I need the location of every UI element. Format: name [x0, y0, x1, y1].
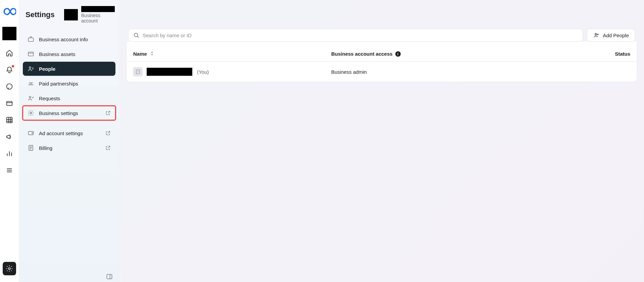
grid-icon[interactable] [5, 116, 13, 124]
page-title: Settings [26, 10, 55, 19]
meta-logo[interactable] [3, 5, 16, 18]
svg-rect-12 [107, 274, 112, 279]
sidebar-item-business-settings[interactable]: Business settings [23, 106, 115, 120]
search-icon [133, 32, 139, 38]
user-plus-icon [593, 32, 599, 38]
sidebar-item-label: Requests [39, 96, 60, 101]
chat-icon[interactable] [5, 82, 13, 91]
redacted-block [2, 27, 16, 40]
svg-point-0 [7, 84, 12, 90]
column-status: Status [615, 51, 630, 57]
user-check-icon [28, 95, 34, 102]
svg-rect-4 [29, 38, 34, 42]
search-input-wrapper[interactable] [129, 29, 583, 41]
svg-rect-15 [136, 70, 140, 74]
sidebar-header: Settings Business account [23, 5, 115, 30]
sidebar-item-label: Paid partnerships [39, 81, 78, 87]
sidebar-item-label: Ad account settings [39, 130, 83, 136]
table-row[interactable]: (You) Business admin [127, 62, 637, 82]
gear-icon [28, 110, 34, 116]
notification-dot [12, 65, 14, 67]
left-rail [0, 0, 19, 282]
row-avatar [133, 67, 143, 76]
sidebar-items: Business account info Business assets Pe… [23, 32, 115, 155]
sidebar-item-ad-account-settings[interactable]: Ad account settings [23, 126, 115, 140]
bar-chart-icon[interactable] [5, 150, 13, 158]
svg-point-6 [29, 67, 31, 68]
sidebar-item-label: Business settings [39, 110, 78, 116]
infinity-icon [3, 7, 16, 16]
menu-icon[interactable] [5, 166, 13, 174]
wallet-icon [28, 130, 34, 136]
sidebar-item-billing[interactable]: Billing [23, 141, 115, 155]
info-icon[interactable]: i [395, 51, 401, 57]
column-name[interactable]: Name [133, 51, 147, 57]
sidebar-item-label: Business assets [39, 51, 75, 57]
sidebar-item-label: People [39, 66, 55, 72]
column-access: Business account access [331, 51, 393, 57]
external-link-icon [105, 145, 111, 151]
sidebar-item-label: Billing [39, 145, 52, 151]
window-icon [28, 51, 34, 57]
row-access: Business admin [331, 69, 472, 75]
table-header: Name Business account access i Status [127, 44, 637, 62]
external-link-icon [105, 130, 111, 136]
notifications-icon[interactable] [5, 66, 13, 74]
home-icon[interactable] [5, 49, 13, 57]
receipt-icon [28, 145, 34, 151]
svg-rect-1 [7, 102, 12, 106]
sidebar-item-people[interactable]: People [23, 62, 115, 76]
svg-point-7 [29, 96, 31, 98]
toolbar-row: Add People [126, 27, 637, 42]
gear-icon [6, 265, 13, 272]
svg-point-8 [30, 112, 32, 114]
external-link-icon [105, 110, 111, 116]
handshake-icon [28, 80, 34, 87]
sidebar-item-requests[interactable]: Requests [23, 91, 115, 105]
row-you-suffix: (You) [197, 69, 209, 75]
settings-button[interactable] [3, 262, 16, 275]
svg-rect-2 [7, 117, 12, 123]
sidebar-item-paid-partnerships[interactable]: Paid partnerships [23, 76, 115, 91]
svg-point-13 [134, 33, 138, 37]
building-icon [135, 69, 141, 75]
account-name-redacted [81, 6, 115, 12]
row-name-redacted [147, 68, 192, 76]
main: Add People Name Business account access … [119, 0, 644, 282]
megaphone-icon[interactable] [5, 133, 13, 141]
card-icon[interactable] [5, 99, 13, 107]
collapse-sidebar-icon[interactable] [106, 273, 113, 280]
search-input[interactable] [143, 33, 578, 38]
briefcase-icon [28, 36, 34, 43]
sidebar-item-label: Business account info [39, 37, 88, 42]
sort-icon[interactable] [150, 51, 154, 57]
account-subtitle: Business account [81, 13, 116, 23]
svg-point-10 [32, 133, 33, 134]
sidebar-item-business-assets[interactable]: Business assets [23, 47, 115, 61]
sidebar-item-business-account-info[interactable]: Business account info [23, 32, 115, 46]
add-people-button[interactable]: Add People [587, 29, 635, 41]
add-people-label: Add People [603, 33, 629, 38]
account-block[interactable]: Business account [64, 6, 116, 23]
svg-point-3 [8, 268, 10, 270]
account-avatar-redacted [64, 9, 78, 20]
people-icon [28, 65, 34, 72]
svg-rect-5 [29, 52, 34, 56]
svg-point-14 [595, 34, 597, 35]
sidebar: Settings Business account Business accou… [19, 0, 119, 282]
